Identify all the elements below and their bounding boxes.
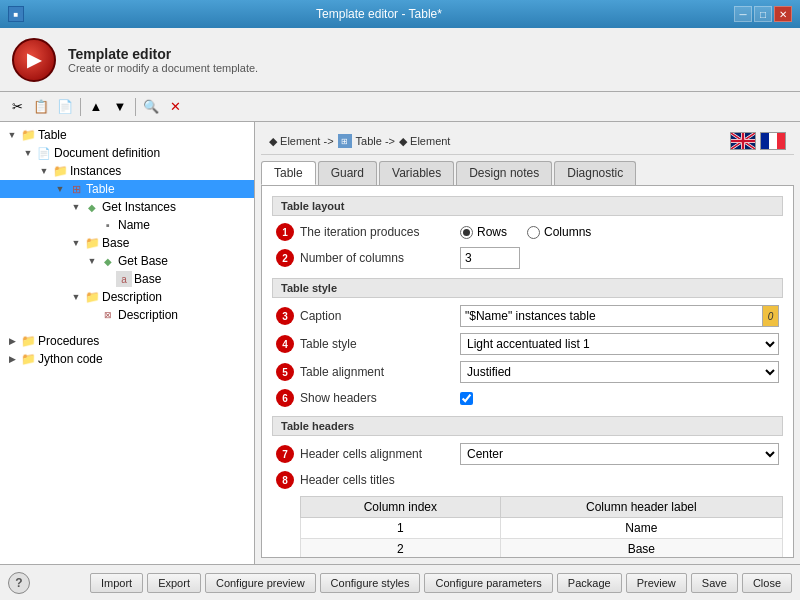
breadcrumb-element-1: ◆ Element -> <box>269 135 334 148</box>
tree-item-name[interactable]: ▶ ▪ Name <box>0 216 254 234</box>
tree-item-get-base[interactable]: ▼ ◆ Get Base <box>0 252 254 270</box>
form-row-table-style: 4 Table style Light accentuated list 1 L… <box>272 330 783 358</box>
tab-variables[interactable]: Variables <box>379 161 454 185</box>
tab-diagnostic[interactable]: Diagnostic <box>554 161 636 185</box>
get-icon-base: ◆ <box>100 253 116 269</box>
tree-item-jython[interactable]: ▶ 📁 Jython code <box>0 350 254 368</box>
export-button[interactable]: Export <box>147 573 201 593</box>
folder-icon-jython: 📁 <box>20 351 36 367</box>
table-style-header: Table style <box>272 278 783 298</box>
radio-btn-rows[interactable] <box>460 226 473 239</box>
configure-styles-button[interactable]: Configure styles <box>320 573 421 593</box>
expander-description-folder[interactable]: ▼ <box>68 289 84 305</box>
close-button[interactable]: ✕ <box>774 6 792 22</box>
control-caption: 0 <box>460 305 779 327</box>
show-headers-checkbox[interactable] <box>460 392 473 405</box>
close-button-bottom[interactable]: Close <box>742 573 792 593</box>
copy-button[interactable]: 📋 <box>30 96 52 118</box>
expander-base-folder[interactable]: ▼ <box>68 235 84 251</box>
expander-get-base[interactable]: ▼ <box>84 253 100 269</box>
radio-btn-columns[interactable] <box>527 226 540 239</box>
tab-table[interactable]: Table <box>261 161 316 185</box>
tree-item-description-field[interactable]: ▶ ⊠ Description <box>0 306 254 324</box>
expander-instances[interactable]: ▼ <box>36 163 52 179</box>
tree-item-instances[interactable]: ▼ 📁 Instances <box>0 162 254 180</box>
app-header: ▶ Template editor Create or modify a doc… <box>0 28 800 92</box>
expander-table-root[interactable]: ▼ <box>4 127 20 143</box>
import-button[interactable]: Import <box>90 573 143 593</box>
tree-item-procedures[interactable]: ▶ 📁 Procedures <box>0 332 254 350</box>
tree-item-table-root[interactable]: ▼ 📁 Table <box>0 126 254 144</box>
label-show-headers: Show headers <box>300 391 460 405</box>
expander-get-instances[interactable]: ▼ <box>68 199 84 215</box>
col-label-1: Name <box>500 518 782 539</box>
header-alignment-select[interactable]: Center Left Right Justified <box>460 443 779 465</box>
preview-button[interactable]: Preview <box>626 573 687 593</box>
move-down-button[interactable]: ▼ <box>109 96 131 118</box>
caption-field-group: 0 <box>460 305 779 327</box>
radio-label-rows: Rows <box>477 225 507 239</box>
tree-label-description-field: Description <box>118 308 178 322</box>
tree-item-table-selected[interactable]: ▼ ⊞ Table <box>0 180 254 198</box>
content-panel: Table layout 1 The iteration produces Ro… <box>261 185 794 558</box>
tree-item-get-instances[interactable]: ▼ ◆ Get Instances <box>0 198 254 216</box>
breadcrumb-table: Table -> <box>356 135 395 147</box>
tree-label-base-folder: Base <box>102 236 129 250</box>
expander-doc-def[interactable]: ▼ <box>20 145 36 161</box>
table-alignment-select[interactable]: Justified Left Center Right <box>460 361 779 383</box>
tree-label-jython: Jython code <box>38 352 103 366</box>
save-button[interactable]: Save <box>691 573 738 593</box>
toolbar-separator-2 <box>135 98 136 116</box>
bottom-right: Import Export Configure preview Configur… <box>90 573 792 593</box>
caption-input[interactable] <box>460 305 763 327</box>
label-header-alignment: Header cells alignment <box>300 447 460 461</box>
paste-button[interactable]: 📄 <box>54 96 76 118</box>
configure-parameters-button[interactable]: Configure parameters <box>424 573 552 593</box>
caption-badge: 0 <box>763 305 779 327</box>
maximize-button[interactable]: □ <box>754 6 772 22</box>
lang-flags <box>730 132 786 150</box>
expander-description-field[interactable]: ▶ <box>84 307 100 323</box>
package-button[interactable]: Package <box>557 573 622 593</box>
expander-table-selected[interactable]: ▼ <box>52 181 68 197</box>
tree-item-doc-def[interactable]: ▼ 📄 Document definition <box>0 144 254 162</box>
control-alignment: Justified Left Center Right <box>460 361 779 383</box>
minimize-button[interactable]: ─ <box>734 6 752 22</box>
expander-jython[interactable]: ▶ <box>4 351 20 367</box>
find-button[interactable]: 🔍 <box>140 96 162 118</box>
tab-design-notes[interactable]: Design notes <box>456 161 552 185</box>
configure-preview-button[interactable]: Configure preview <box>205 573 316 593</box>
tree-item-base-folder[interactable]: ▼ 📁 Base <box>0 234 254 252</box>
app-header-text: Template editor Create or modify a docum… <box>68 46 258 74</box>
tree-label-doc-def: Document definition <box>54 146 160 160</box>
col-index-2: 2 <box>301 539 501 559</box>
uk-flag-button[interactable] <box>730 132 756 150</box>
table-style-select[interactable]: Light accentuated list 1 Light accentuat… <box>460 333 779 355</box>
logo-icon: ▶ <box>27 49 41 71</box>
move-up-button[interactable]: ▲ <box>85 96 107 118</box>
delete-button[interactable]: ✕ <box>164 96 186 118</box>
fr-flag-button[interactable] <box>760 132 786 150</box>
title-bar: ■ Template editor - Table* ─ □ ✕ <box>0 0 800 28</box>
bottom-bar: ? Import Export Configure preview Config… <box>0 564 800 600</box>
expander-base-field[interactable]: ▶ <box>100 271 116 287</box>
control-columns <box>460 247 779 269</box>
field-icon-name: ▪ <box>100 217 116 233</box>
expander-procedures[interactable]: ▶ <box>4 333 20 349</box>
tree-item-description-folder[interactable]: ▼ 📁 Description <box>0 288 254 306</box>
folder-icon-table: 📁 <box>20 127 36 143</box>
folder-icon-base: 📁 <box>84 235 100 251</box>
label-alignment: Table alignment <box>300 365 460 379</box>
radio-columns[interactable]: Columns <box>527 225 591 239</box>
tab-guard[interactable]: Guard <box>318 161 377 185</box>
columns-input[interactable] <box>460 247 520 269</box>
right-panel: ◆ Element -> ⊞ Table -> ◆ Element <box>255 122 800 564</box>
field-icon-description: ⊠ <box>100 307 116 323</box>
help-button[interactable]: ? <box>8 572 30 594</box>
control-show-headers <box>460 392 779 405</box>
radio-rows[interactable]: Rows <box>460 225 507 239</box>
tree-item-base-field[interactable]: ▶ a Base <box>0 270 254 288</box>
table-row: 1 Name <box>301 518 783 539</box>
cut-button[interactable]: ✂ <box>6 96 28 118</box>
expander-name[interactable]: ▶ <box>84 217 100 233</box>
